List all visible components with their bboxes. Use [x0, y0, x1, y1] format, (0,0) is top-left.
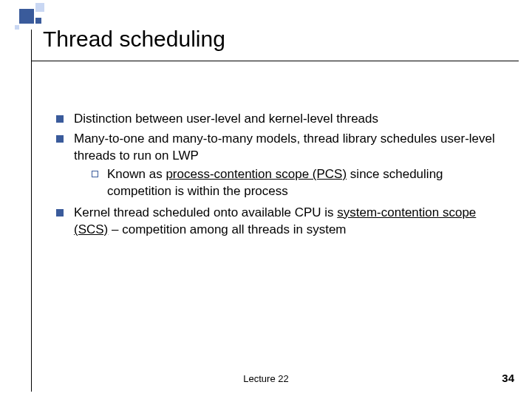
square-bullet-icon — [56, 209, 64, 216]
bullet-text: Distinction between user-level and kerne… — [74, 111, 499, 128]
page-number: 34 — [502, 372, 514, 384]
underlined-term: process-contention scope (PCS) — [166, 167, 347, 181]
slide-title: Thread scheduling — [43, 27, 225, 52]
bullet-item: Kernel thread scheduled onto available C… — [56, 205, 499, 239]
deco-square — [35, 3, 44, 12]
bullet-text-span: Many-to-one and many-to-many models, thr… — [74, 132, 495, 163]
horizontal-divider — [31, 61, 519, 61]
text-span: Known as — [107, 167, 166, 181]
deco-square — [19, 9, 34, 24]
footer-lecture-label: Lecture 22 — [0, 373, 532, 384]
bullet-text: Many-to-one and many-to-many models, thr… — [74, 131, 499, 202]
slide-body: Distinction between user-level and kerne… — [56, 111, 499, 242]
hollow-square-bullet-icon — [92, 171, 98, 177]
slide: Thread scheduling Distinction between us… — [0, 0, 532, 399]
text-span: – competition among all threads in syste… — [108, 222, 346, 236]
square-bullet-icon — [56, 115, 64, 123]
sub-bullet-text: Known as process-contention scope (PCS) … — [107, 166, 499, 200]
deco-square — [15, 25, 19, 30]
square-bullet-icon — [56, 135, 64, 143]
bullet-item: Many-to-one and many-to-many models, thr… — [56, 131, 499, 202]
bullet-item: Distinction between user-level and kerne… — [56, 111, 499, 128]
text-span: Kernel thread scheduled onto available C… — [74, 205, 337, 219]
bullet-text: Kernel thread scheduled onto available C… — [74, 205, 499, 239]
sub-bullet-item: Known as process-contention scope (PCS) … — [92, 166, 499, 200]
deco-square — [35, 18, 41, 24]
vertical-divider — [31, 30, 32, 392]
